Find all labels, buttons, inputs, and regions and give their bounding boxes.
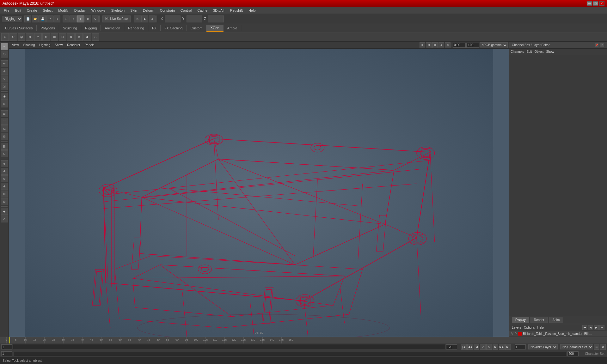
tab-display[interactable]: Display xyxy=(512,317,529,323)
tab-fx[interactable]: FX xyxy=(148,25,161,31)
tab-rigging[interactable]: Rigging xyxy=(81,25,101,31)
viewport-menu-show[interactable]: Show xyxy=(53,43,64,47)
play-fwd-btn[interactable]: ▷ xyxy=(486,344,492,350)
shelf-icon-2[interactable]: ⊙ xyxy=(9,33,17,41)
viewport-menu-renderer[interactable]: Renderer xyxy=(65,43,82,47)
layer-nav-next[interactable]: ▶ xyxy=(594,325,599,330)
snap-point-btn[interactable]: ◎ xyxy=(1,125,8,132)
misc-btn-3[interactable]: ⊛ xyxy=(1,175,8,182)
shelf-icon-12[interactable]: ◇ xyxy=(92,33,99,41)
tab-arnold[interactable]: Arnold xyxy=(224,25,242,31)
layer-menu-layers[interactable]: Layers xyxy=(512,326,521,329)
misc-btn-7[interactable]: ◆ xyxy=(1,208,8,215)
menu-cache[interactable]: Cache xyxy=(195,8,210,13)
rotate-btn[interactable]: ↻ xyxy=(84,15,91,22)
select-all-btn[interactable]: ⊞ xyxy=(63,15,70,22)
layer-menu-options[interactable]: Options xyxy=(524,326,535,329)
play-back-btn[interactable]: ◁ xyxy=(480,344,486,350)
select-tool-btn[interactable]: ↖ xyxy=(1,43,8,50)
tab-custom[interactable]: Custom xyxy=(187,25,207,31)
shelf-icon-3[interactable]: ◎ xyxy=(18,33,25,41)
timeline-scrubber[interactable] xyxy=(13,344,445,350)
minimize-button[interactable]: — xyxy=(587,1,592,6)
camera-btn[interactable]: ⊙ xyxy=(1,150,8,157)
misc-btn-8[interactable]: ◇ xyxy=(1,215,8,222)
show-manip-btn[interactable]: ⊕ xyxy=(1,100,8,107)
viewport-menu-shading[interactable]: Shading xyxy=(21,43,37,47)
channel-menu-channels[interactable]: Channels xyxy=(511,50,524,53)
menu-constrain[interactable]: Constrain xyxy=(157,8,177,13)
menu-control[interactable]: Control xyxy=(178,8,194,13)
no-live-surface-button[interactable]: No Live Surface xyxy=(102,15,131,22)
shelf-icon-6[interactable]: ⊛ xyxy=(42,33,50,41)
vp-btn-3[interactable]: ▦ xyxy=(432,42,438,48)
shelf-icon-5[interactable]: ✦ xyxy=(34,33,42,41)
tab-xgen[interactable]: XGen xyxy=(206,25,223,32)
misc-btn-6[interactable]: ⊡ xyxy=(1,198,8,205)
panel-pin-btn[interactable]: 📌 xyxy=(594,43,599,47)
vp-btn-2[interactable]: ⊡ xyxy=(426,42,432,48)
viewport-3d[interactable]: persp xyxy=(9,49,509,337)
current-frame[interactable] xyxy=(515,344,526,349)
tab-render[interactable]: Render xyxy=(530,317,548,323)
move-tool-btn[interactable]: ✛ xyxy=(1,68,8,75)
play-start-btn[interactable]: |◀ xyxy=(461,344,467,350)
layer-nav-last[interactable]: ⏭ xyxy=(599,325,604,330)
viewport-menu-panels[interactable]: Panels xyxy=(83,43,96,47)
misc-btn-1[interactable]: ◈ xyxy=(1,160,8,167)
shelf-icon-10[interactable]: ◈ xyxy=(75,33,83,41)
tab-curves-surfaces[interactable]: Curves / Surfaces xyxy=(1,25,37,31)
step-fwd-btn[interactable]: ▶▶ xyxy=(499,344,505,350)
vp-btn-1[interactable]: ⊞ xyxy=(420,42,425,48)
tab-animation[interactable]: Animation xyxy=(101,25,124,31)
shelf-icon-8[interactable]: ⊟ xyxy=(59,33,66,41)
layer-nav-prev[interactable]: ◀ xyxy=(588,325,593,330)
open-btn[interactable]: 📂 xyxy=(32,15,39,22)
soft-select-btn[interactable]: ◉ xyxy=(1,93,8,100)
tab-fx-caching[interactable]: FX Caching xyxy=(161,25,187,31)
tab-sculpting[interactable]: Sculpting xyxy=(59,25,81,31)
anim-layer-select[interactable]: No Anim Layer xyxy=(528,344,558,349)
snap-view-btn[interactable]: ⊡ xyxy=(1,133,8,140)
scale-tool-btn[interactable]: ⇲ xyxy=(1,83,8,90)
snap-grid-btn[interactable]: ⊞ xyxy=(1,110,8,117)
z-input[interactable] xyxy=(208,15,224,22)
range-slider[interactable] xyxy=(14,352,566,356)
save-btn[interactable]: 💾 xyxy=(39,15,46,22)
paint-tool-btn[interactable]: ✏ xyxy=(1,60,8,67)
menu-windows[interactable]: Windows xyxy=(89,8,108,13)
scale-btn[interactable]: ⇲ xyxy=(92,15,99,22)
menu-select[interactable]: Select xyxy=(40,8,55,13)
char-set-select[interactable]: No Character Set xyxy=(560,344,593,349)
render-seq-btn[interactable]: ▶ xyxy=(141,15,148,22)
misc-btn-4[interactable]: ⊕ xyxy=(1,183,8,190)
shelf-icon-7[interactable]: ⊞ xyxy=(51,33,58,41)
menu-deform[interactable]: Deform xyxy=(140,8,157,13)
viewport-menu-view[interactable]: View xyxy=(10,43,21,47)
rotate-tool-btn[interactable]: ↻ xyxy=(1,76,8,82)
timeline-playhead[interactable] xyxy=(9,337,10,343)
prev-frame-btn[interactable]: ◀ xyxy=(474,344,479,350)
range-end-input[interactable] xyxy=(567,351,579,356)
viewport-value2[interactable] xyxy=(466,43,479,48)
viewport-value1[interactable] xyxy=(453,43,466,48)
next-frame-btn[interactable]: ▶ xyxy=(493,344,498,350)
channel-menu-object[interactable]: Object xyxy=(535,50,544,53)
menu-help[interactable]: Help xyxy=(246,8,258,13)
misc-btn-5[interactable]: ⊞ xyxy=(1,191,8,197)
channel-menu-show[interactable]: Show xyxy=(546,50,554,53)
ipr-btn[interactable]: ◈ xyxy=(149,15,156,22)
auto-key-btn[interactable]: ⚙ xyxy=(600,344,606,350)
viewport-menu-lighting[interactable]: Lighting xyxy=(37,43,52,47)
gamma-select[interactable]: sRGB gamma xyxy=(480,42,508,48)
menu-edit[interactable]: Edit xyxy=(13,8,24,13)
menu-3dtoall[interactable]: 3DtoAll xyxy=(211,8,227,13)
layer-nav-first[interactable]: ⏮ xyxy=(582,325,587,330)
new-scene-btn[interactable]: 📄 xyxy=(24,15,31,22)
panel-close-btn[interactable]: ✕ xyxy=(600,43,604,47)
play-end-btn[interactable]: ▶| xyxy=(505,344,511,350)
tab-polygons[interactable]: Polygons xyxy=(37,25,59,31)
menu-create[interactable]: Create xyxy=(24,8,40,13)
menu-display[interactable]: Display xyxy=(72,8,88,13)
lasso-tool-btn[interactable]: ◌ xyxy=(1,51,8,58)
